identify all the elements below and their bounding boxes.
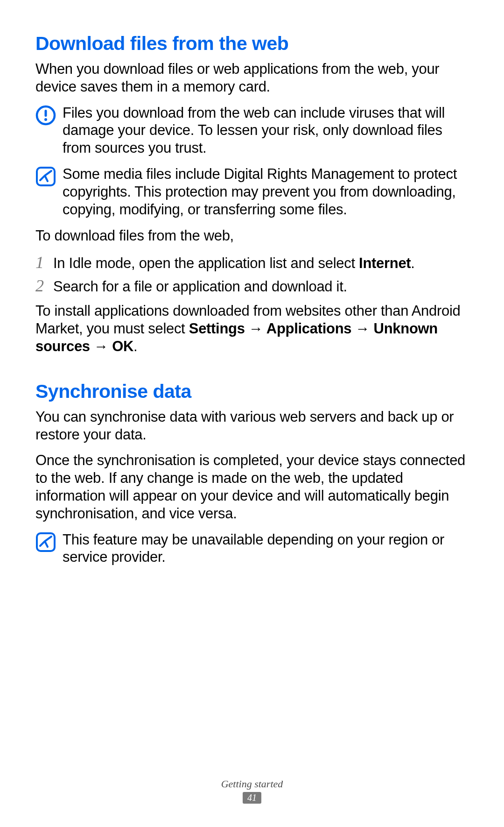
svg-point-2 bbox=[44, 118, 47, 121]
document-page: Download files from the web When you dow… bbox=[0, 0, 504, 566]
heading-download: Download files from the web bbox=[35, 33, 469, 55]
note-text-2: This feature may be unavailable dependin… bbox=[63, 531, 469, 566]
text-bold: Applications bbox=[266, 320, 351, 337]
sync-para-2: Once the synchronisation is completed, y… bbox=[35, 452, 469, 522]
warning-callout: Files you download from the web can incl… bbox=[35, 104, 469, 157]
arrow-icon: → bbox=[351, 320, 373, 337]
step-text-part: In Idle mode, open the application list … bbox=[53, 255, 359, 271]
steps-list: 1 In Idle mode, open the application lis… bbox=[35, 253, 469, 296]
step-number: 1 bbox=[35, 253, 53, 272]
heading-synchronise: Synchronise data bbox=[35, 381, 469, 403]
note-icon bbox=[35, 166, 56, 187]
step-text: Search for a file or application and dow… bbox=[53, 278, 347, 296]
step-text: In Idle mode, open the application list … bbox=[53, 254, 415, 272]
page-footer: Getting started 41 bbox=[0, 778, 504, 804]
note-icon bbox=[35, 532, 56, 552]
note-callout-1: Some media files include Digital Rights … bbox=[35, 165, 469, 218]
sync-para-1: You can synchronise data with various we… bbox=[35, 408, 469, 444]
text-part: . bbox=[133, 338, 137, 354]
warning-text: Files you download from the web can incl… bbox=[63, 104, 469, 157]
note-text-1: Some media files include Digital Rights … bbox=[63, 165, 469, 218]
text-bold: OK bbox=[112, 338, 133, 354]
svg-rect-1 bbox=[45, 110, 47, 117]
warning-icon bbox=[35, 105, 56, 126]
page-number: 41 bbox=[243, 792, 261, 804]
text-bold: Settings bbox=[189, 320, 245, 337]
note-callout-2: This feature may be unavailable dependin… bbox=[35, 531, 469, 566]
instruction-text: To download files from the web, bbox=[35, 227, 469, 245]
footer-section-name: Getting started bbox=[0, 778, 504, 790]
post-note: To install applications downloaded from … bbox=[35, 302, 469, 355]
step-1: 1 In Idle mode, open the application lis… bbox=[35, 253, 469, 272]
intro-paragraph: When you download files or web applicati… bbox=[35, 60, 469, 96]
step-2: 2 Search for a file or application and d… bbox=[35, 276, 469, 296]
step-number: 2 bbox=[35, 276, 53, 296]
step-text-part: . bbox=[411, 255, 414, 271]
step-text-bold: Internet bbox=[359, 255, 411, 271]
arrow-icon: → bbox=[90, 338, 112, 354]
arrow-icon: → bbox=[245, 320, 266, 337]
